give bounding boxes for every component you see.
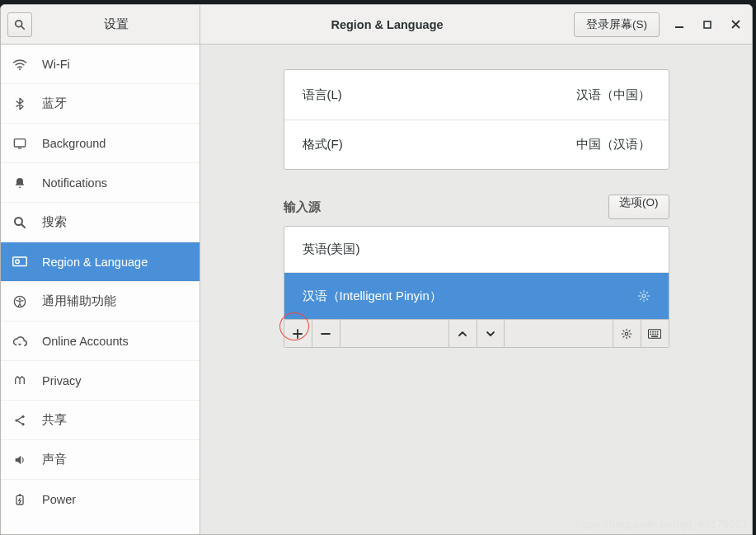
svg-point-12 (16, 260, 20, 264)
sidebar-item-label: 共享 (42, 412, 67, 428)
language-row-value: 汉语（中国） (576, 87, 650, 103)
sidebar-item-wifi[interactable]: Wi-Fi (1, 45, 200, 84)
sidebar-item-label: 通用辅助功能 (42, 293, 116, 309)
language-formats-card: 语言(L) 汉语（中国） 格式(F) 中国（汉语） (284, 69, 669, 170)
search-icon (12, 215, 27, 230)
titlebar-left: 设置 (1, 5, 200, 44)
sidebar-item-bluetooth[interactable]: 蓝牙 (1, 84, 200, 124)
bell-icon (12, 176, 27, 190)
remove-source-button[interactable] (312, 320, 340, 347)
sidebar-item-background[interactable]: Background (1, 124, 200, 163)
move-source-group (448, 320, 505, 347)
bluetooth-icon (12, 96, 27, 111)
svg-rect-28 (652, 333, 654, 335)
wifi-icon (12, 57, 27, 72)
minimize-icon (675, 21, 683, 29)
sidebar-item-label: 声音 (42, 452, 67, 467)
formats-row-value: 中国（汉语） (576, 137, 650, 153)
add-source-button[interactable] (284, 320, 312, 347)
svg-rect-2 (675, 26, 683, 28)
svg-rect-30 (657, 333, 659, 335)
show-keyboard-layout-button[interactable] (641, 320, 669, 347)
language-row[interactable]: 语言(L) 汉语（中国） (284, 70, 669, 120)
sound-icon (12, 453, 27, 467)
svg-rect-24 (652, 331, 654, 332)
close-button[interactable] (727, 16, 744, 33)
content-area: 语言(L) 汉语（中国） 格式(F) 中国（汉语） 输入源 选项(O) 英语(美… (200, 45, 752, 534)
svg-rect-25 (655, 331, 656, 332)
window-body: Wi-Fi 蓝牙 Background Notifications 搜索 Reg… (1, 45, 752, 534)
svg-rect-31 (651, 336, 658, 336)
sidebar-item-power[interactable]: Power (1, 480, 200, 519)
formats-row-label: 格式(F) (303, 137, 576, 153)
sidebar-item-privacy[interactable]: Privacy (1, 361, 200, 401)
login-screen-button[interactable]: 登录屏幕(S) (574, 12, 660, 37)
power-icon (12, 492, 27, 507)
input-sources-header: 输入源 选项(O) (284, 195, 669, 219)
svg-rect-29 (655, 333, 656, 335)
plus-icon (293, 329, 303, 339)
sidebar-item-label: Wi-Fi (42, 58, 70, 71)
svg-line-1 (21, 26, 24, 29)
sidebar-item-label: Background (42, 137, 106, 150)
input-source-row[interactable]: 汉语（Intelligent Pinyin） (284, 273, 669, 319)
source-preferences-button[interactable] (613, 320, 641, 347)
svg-rect-23 (650, 331, 651, 332)
settings-window: 设置 Region & Language 登录屏幕(S) Wi-Fi (0, 4, 753, 535)
region-icon (12, 255, 27, 270)
svg-rect-8 (18, 148, 21, 148)
sidebar-item-universal[interactable]: 通用辅助功能 (1, 282, 200, 321)
sidebar-item-search[interactable]: 搜索 (1, 203, 200, 242)
login-screen-button-label: 登录屏幕(S) (586, 17, 647, 32)
input-source-label: 汉语（Intelligent Pinyin） (303, 289, 442, 304)
svg-rect-3 (704, 21, 711, 28)
sidebar-item-label: Online Accounts (42, 335, 129, 348)
search-button[interactable] (7, 12, 32, 37)
chevron-down-icon (486, 329, 495, 339)
titlebar: 设置 Region & Language 登录屏幕(S) (1, 5, 752, 45)
sidebar-item-label: Privacy (42, 374, 82, 387)
keyboard-icon (648, 329, 661, 339)
gear-icon (621, 328, 632, 340)
gear-icon[interactable] (637, 289, 650, 303)
close-icon (731, 20, 740, 29)
input-sources-title: 输入源 (284, 199, 609, 215)
accessibility-icon (12, 294, 27, 309)
formats-row[interactable]: 格式(F) 中国（汉语） (284, 120, 669, 169)
sidebar-item-online[interactable]: Online Accounts (1, 321, 200, 361)
svg-point-6 (19, 68, 21, 69)
titlebar-right: 登录屏幕(S) (574, 12, 752, 37)
svg-point-9 (15, 218, 22, 225)
cloud-icon (12, 334, 27, 349)
move-down-button[interactable] (477, 320, 505, 347)
svg-rect-19 (19, 494, 21, 495)
input-sources-options-label: 选项(O) (619, 196, 659, 209)
sidebar-item-label: 蓝牙 (42, 96, 67, 111)
input-sources-toolbar (284, 320, 669, 348)
input-source-row[interactable]: 英语(美国) (284, 227, 669, 273)
sidebar-item-sound[interactable]: 声音 (1, 440, 200, 480)
minimize-button[interactable] (671, 16, 688, 33)
move-up-button[interactable] (448, 320, 477, 347)
sidebar-item-label: Region & Language (42, 256, 148, 269)
maximize-icon (703, 21, 711, 29)
sidebar-item-sharing[interactable]: 共享 (1, 401, 200, 440)
sidebar: Wi-Fi 蓝牙 Background Notifications 搜索 Reg… (1, 45, 200, 534)
search-icon (14, 19, 26, 31)
input-source-label: 英语(美国) (303, 242, 360, 257)
sidebar-item-region[interactable]: Region & Language (1, 242, 200, 282)
svg-line-10 (22, 224, 26, 228)
minus-icon (321, 329, 331, 339)
maximize-button[interactable] (699, 16, 716, 33)
chevron-up-icon (458, 329, 467, 339)
svg-point-14 (19, 298, 21, 299)
svg-point-21 (625, 332, 628, 336)
input-sources-options-button[interactable]: 选项(O) (608, 195, 669, 219)
sidebar-item-notifications[interactable]: Notifications (1, 163, 200, 203)
language-row-label: 语言(L) (303, 87, 576, 103)
sidebar-item-label: Notifications (42, 176, 107, 190)
panel-title: Region & Language (200, 18, 574, 31)
svg-point-20 (642, 294, 646, 298)
sidebar-item-label: 搜索 (42, 214, 67, 230)
svg-point-0 (16, 20, 22, 26)
